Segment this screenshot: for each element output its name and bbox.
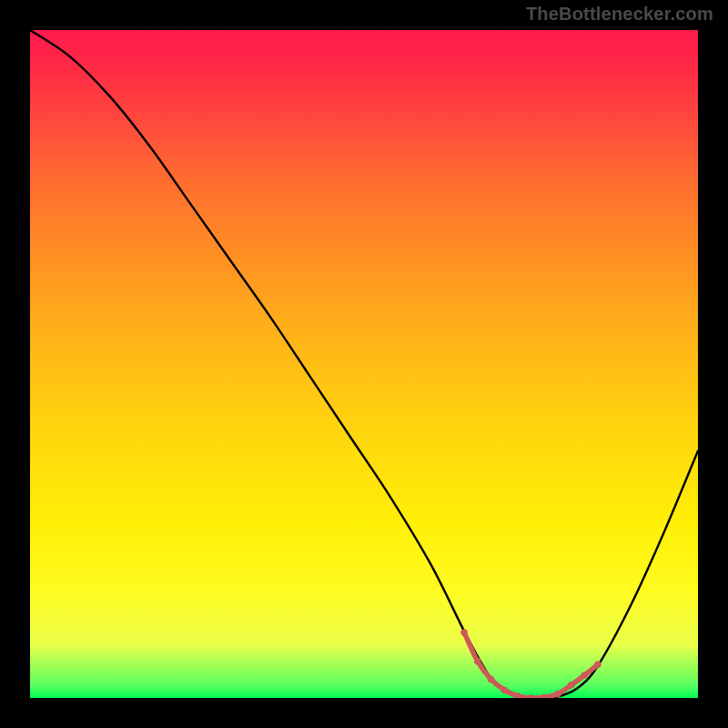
marker-dot [581, 672, 588, 679]
watermark-text: TheBottleneсker.com [526, 4, 713, 25]
plot-area [30, 30, 698, 698]
marker-dot [460, 629, 468, 636]
marker-dot [488, 676, 495, 683]
marker-dot [500, 686, 508, 693]
marker-dot [528, 694, 535, 698]
marker-dot [474, 658, 481, 665]
marker-dot [568, 682, 575, 689]
chart-svg [30, 30, 698, 698]
marker-dot [554, 691, 561, 698]
marker-dot [594, 662, 602, 669]
bottleneck-curve-path [30, 30, 698, 698]
